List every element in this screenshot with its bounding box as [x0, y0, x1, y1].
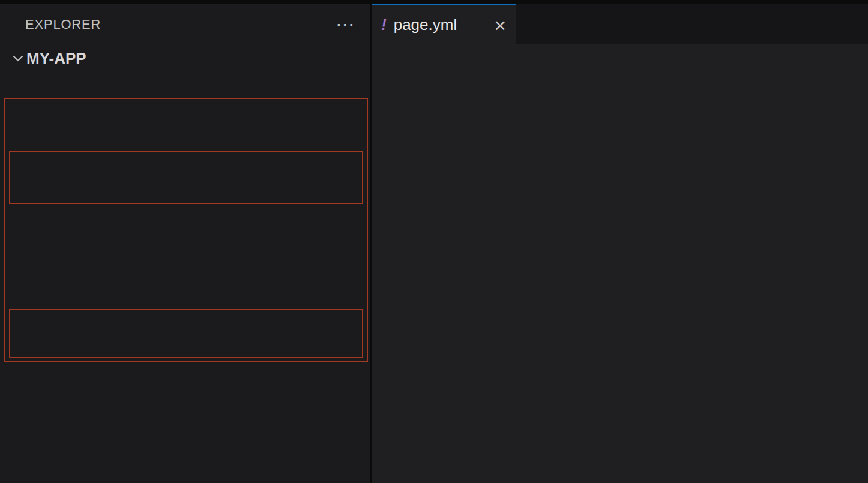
tab-label: page.yml [394, 16, 457, 34]
yaml-icon: ! [381, 16, 387, 34]
close-icon[interactable]: × [494, 15, 506, 35]
file-tree: MY-APP [0, 45, 370, 71]
explorer-sidebar: EXPLORER ⋯ MY-APP [0, 4, 370, 483]
chevron-down-icon[interactable] [8, 45, 28, 71]
vscode-window: EXPLORER ⋯ MY-APP ! page.yml × [0, 0, 868, 483]
tab-bar: ! page.yml × [372, 4, 868, 44]
tree-item-my-app[interactable]: MY-APP [0, 45, 370, 71]
more-actions-icon[interactable]: ⋯ [336, 19, 355, 31]
breadcrumb [372, 44, 868, 71]
tab-page-yml[interactable]: ! page.yml × [372, 4, 516, 44]
editor-pane: ! page.yml × [372, 4, 868, 483]
explorer-title: EXPLORER [25, 17, 101, 32]
explorer-header: EXPLORER ⋯ [0, 4, 370, 45]
tree-item-label: MY-APP [26, 45, 86, 71]
